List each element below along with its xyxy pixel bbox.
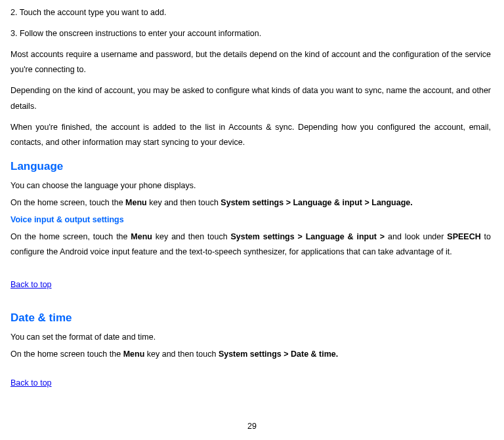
menu-key-label: Menu [125,198,147,207]
text: On the home screen, touch the [10,198,125,207]
nav-path: System settings > Language & input > Lan… [220,198,412,207]
date-time-heading: Date & time [10,308,491,329]
page-number: 29 [0,419,504,435]
step-3: 3. Follow the onscreen instructions to e… [10,26,491,42]
back-to-top-link[interactable]: Back to top [10,376,52,391]
date-time-p2: On the home screen touch the Menu key an… [10,347,491,363]
text: On the home screen, touch the [10,232,131,241]
language-heading: Language [10,156,491,177]
text: and look under [388,232,447,241]
date-time-p1: You can set the format of date and time. [10,330,491,346]
language-p1: You can choose the language your phone d… [10,178,491,194]
back-to-top-link[interactable]: Back to top [10,277,52,293]
nav-path: System settings > Language & input > [230,232,388,241]
menu-key-label: Menu [131,232,152,241]
accounts-paragraph-3: When you're finished, the account is add… [10,120,491,151]
text: key and then touch [144,350,219,359]
text: key and then touch [147,198,221,207]
text: On the home screen touch the [10,350,123,359]
step-2: 2. Touch the account type you want to ad… [10,5,491,21]
voice-settings-heading: Voice input & output settings [10,212,491,228]
voice-settings-paragraph: On the home screen, touch the Menu key a… [10,230,491,261]
speech-label: SPEECH [447,232,480,241]
menu-key-label: Menu [123,350,145,359]
text: key and then touch [152,232,230,241]
nav-path: System settings > Date & time. [219,350,338,359]
accounts-paragraph-1: Most accounts require a username and pas… [10,47,491,79]
accounts-paragraph-2: Depending on the kind of account, you ma… [10,83,491,115]
language-p2: On the home screen, touch the Menu key a… [10,195,491,211]
